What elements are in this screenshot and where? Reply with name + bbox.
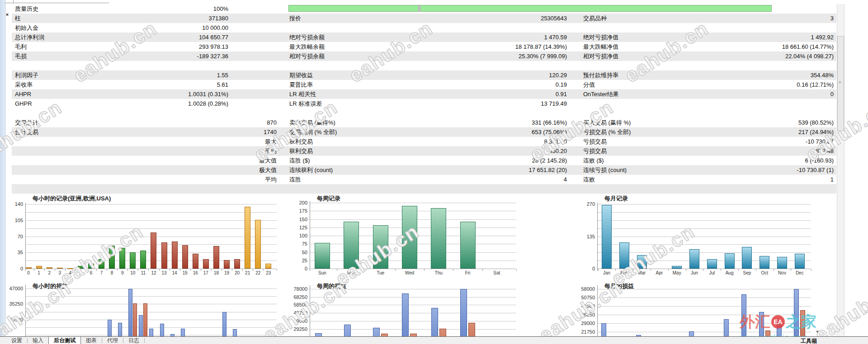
bar [245,207,250,269]
x-tick [55,269,55,271]
x-tick [232,269,232,271]
table-row: GHPR1.0028 (0.28%)LR 标准误差13 719.49 [12,99,836,108]
stat-value: 5.61 [102,80,228,89]
bar [203,259,209,269]
gridline [310,329,516,330]
y-tick-label: 23500 [3,317,23,322]
gridline [310,269,516,269]
bar [759,312,764,336]
stat-value: -189 327.36 [102,51,228,61]
bar [725,253,735,269]
bar [315,333,322,336]
stat-label: 质量历史 [15,4,38,14]
stat-value: 极大值 [102,165,277,175]
y-tick-label: 78000 [288,286,307,292]
bar [672,266,682,269]
stat-value: 1 492.92 [690,33,834,42]
bar [402,206,417,269]
y-tick-label: 47000 [3,286,23,291]
x-tick-label: Nov [773,270,791,275]
x-tick [686,269,686,271]
x-tick [651,269,651,271]
stat-label: GHPR [15,99,32,108]
x-tick [615,269,616,271]
stat-value: 120.29 [419,70,567,80]
stat-label: AHPR [15,89,31,99]
x-tick [453,269,453,271]
stat-label: 报价 [289,14,301,23]
table-row: 毛利293 978.13最大跌幅余额18 178.87 (14.39%)最大跌幅… [12,42,836,51]
stat-value: 8 381.00 [419,137,567,146]
stat-label: 初始入金 [15,23,38,33]
table-row: 合计交易1740交易利润 (% 全部)653 (75.06%)亏损交易 (% 全… [12,127,836,137]
x-tick [811,269,811,271]
stat-label: 利润因子 [15,70,38,80]
bar [108,320,112,336]
stat-value: -872.48 [690,146,834,156]
x-tick [117,269,118,271]
x-tick [180,269,180,271]
bar [119,248,125,269]
stat-value: 1.0031 (0.31%) [102,89,228,99]
stat-label: 亏损交易 [583,146,607,156]
top-divider-tick [13,0,14,3]
table-row [12,108,836,118]
table-row: 柱371380报价25305643交易品种3 [12,14,836,23]
bar [255,220,261,269]
bar [344,325,351,336]
tab-agents[interactable]: 代理 [102,337,123,344]
stat-label: 分值 [583,80,595,89]
bar [26,267,32,269]
bar [637,255,647,269]
y-tick-label: 50750 [575,295,595,300]
stat-value: 653 (75.06%) [419,127,567,137]
y-tick-label: 35250 [3,301,23,307]
close-icon[interactable]: × [4,11,10,18]
top-divider [5,3,109,3]
bar [795,254,805,269]
stat-label: OnTester结果 [583,89,619,99]
table-row: 平均连胜4连败1 [12,175,836,184]
y-tick-label: 140 [3,201,23,207]
gridline [310,203,516,203]
table-row: 初始入金10 000.00 [12,23,836,33]
x-tick-label: Mon [342,270,360,275]
chart-title-0: 每小时的记录(亚洲,欧洲,USA) [33,195,111,203]
x-tick [170,269,170,271]
bar [439,329,446,336]
stat-label: 交易品种 [583,14,607,23]
y-tick-label: 0 [575,266,595,271]
x-tick-label: Sat [488,270,506,275]
y-tick-label: 50 [288,250,307,255]
tab-backtest[interactable]: 后台测试 [48,337,81,344]
x-tick [96,269,97,271]
x-tick [756,269,756,271]
y-tick-label: 21750 [575,329,595,335]
x-tick [366,269,366,271]
y-tick-label: 150 [288,217,307,222]
bar [431,208,446,269]
x-tick [738,269,739,271]
bar [149,329,153,336]
gridline [598,212,811,213]
y-axis [597,285,598,336]
stat-value: 450.20 [419,146,567,156]
y-tick-label: 58000 [575,286,595,292]
stat-value: 100% [102,4,228,14]
bar [128,289,132,336]
tab-inputs[interactable]: 输入 [28,337,48,344]
bar [143,303,147,336]
x-tick-label: Mar [633,270,651,275]
stat-value: 293 978.13 [102,42,228,51]
bar [315,243,330,269]
scroll-down-arrow-icon[interactable]: ▼ [814,328,821,335]
bar [233,329,237,336]
stat-label: 连败 [583,175,595,184]
tab-settings[interactable]: 设置 [6,337,27,344]
tab-journal[interactable]: 日志 [123,337,144,344]
tab-graph[interactable]: 图表 [81,337,102,344]
x-tick [598,269,599,271]
gridline [26,204,277,205]
y-tick-label: 48750 [288,310,307,316]
x-tick-label: Wed [401,270,419,275]
